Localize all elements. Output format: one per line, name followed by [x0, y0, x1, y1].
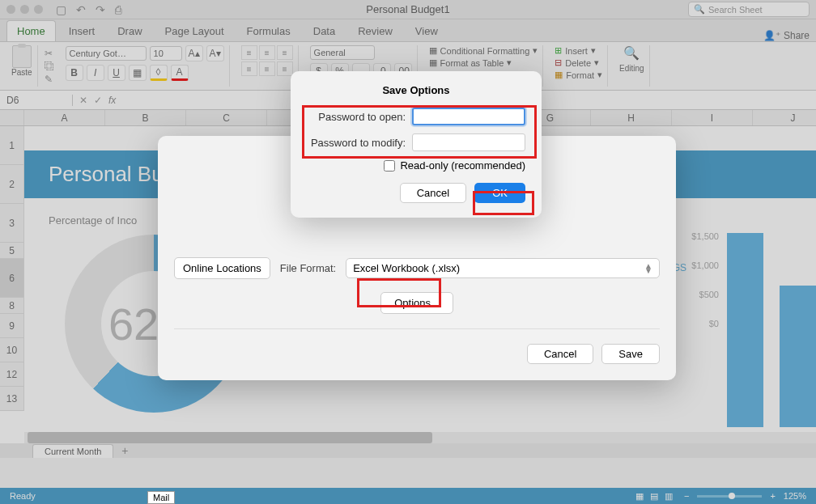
save-dialog-save-button[interactable]: Save: [601, 344, 660, 364]
window-titlebar: ▢ ↶ ↷ ⎙ Personal Budget1 🔍 Search Sheet: [0, 0, 816, 19]
share-button[interactable]: 👤⁺ Share: [763, 30, 810, 41]
add-sheet-button[interactable]: +: [121, 444, 128, 457]
insert-icon: ⊞: [555, 45, 562, 56]
font-selector[interactable]: Century Got…: [66, 46, 147, 61]
chart-bar: [727, 233, 763, 427]
editing-group[interactable]: 🔍 Editing: [614, 45, 650, 87]
delete-icon: ⊟: [555, 57, 562, 68]
underline-button[interactable]: U: [108, 65, 125, 81]
sheet-tab-current-month[interactable]: Current Month: [32, 444, 113, 458]
search-sheet-input[interactable]: 🔍 Search Sheet: [688, 2, 810, 17]
border-button[interactable]: ▦: [129, 65, 147, 81]
fx-icon[interactable]: fx: [108, 95, 116, 106]
font-size-selector[interactable]: 10: [150, 46, 182, 61]
options-cancel-button[interactable]: Cancel: [400, 183, 466, 203]
select-arrows-icon: ▲▼: [644, 264, 652, 273]
zoom-in-button[interactable]: +: [770, 491, 775, 501]
search-placeholder: Search Sheet: [708, 5, 763, 15]
ribbon-tabs: Home Insert Draw Page Layout Formulas Da…: [0, 19, 816, 42]
format-painter-icon[interactable]: ✎: [45, 74, 54, 85]
online-locations-button[interactable]: Online Locations: [174, 257, 270, 279]
tab-insert[interactable]: Insert: [59, 21, 105, 41]
chart-scale: $1,500 $1,000 $500 $0: [691, 231, 719, 328]
tab-formulas[interactable]: Formulas: [237, 21, 300, 41]
fill-color-button[interactable]: ◊: [150, 65, 168, 81]
tab-page-layout[interactable]: Page Layout: [155, 21, 234, 41]
name-box[interactable]: D6: [0, 95, 73, 106]
search-icon: 🔍: [623, 45, 640, 61]
password-modify-label: Password to modify:: [311, 137, 406, 149]
view-buttons[interactable]: ▦▤▥: [632, 491, 676, 502]
accept-formula-icon[interactable]: ✓: [94, 95, 102, 106]
save-options-title: Save Options: [307, 84, 525, 96]
paste-label: Paste: [11, 68, 32, 77]
save-options-dialog: Save Options Password to open: Password …: [291, 71, 542, 218]
bold-button[interactable]: B: [66, 65, 83, 81]
file-format-label: File Format:: [280, 262, 336, 274]
password-open-label: Password to open:: [318, 111, 406, 123]
table-icon: ▦: [429, 57, 437, 68]
share-icon: 👤⁺: [763, 30, 780, 41]
undo-icon[interactable]: ↶: [76, 3, 86, 16]
tab-view[interactable]: View: [406, 21, 448, 41]
number-format-selector[interactable]: General: [310, 45, 375, 60]
share-label: Share: [784, 30, 810, 41]
zoom-level: 125%: [784, 491, 806, 501]
document-title: Personal Budget1: [366, 3, 449, 15]
editing-label: Editing: [619, 64, 644, 73]
traffic-lights[interactable]: [6, 5, 43, 14]
file-format-value: Excel Workbook (.xlsx): [353, 262, 460, 274]
conditional-formatting-button[interactable]: ▦Conditional Formatting ▾: [429, 45, 538, 56]
paste-button[interactable]: Paste: [11, 45, 32, 77]
delete-cells-button[interactable]: ⊟Delete ▾: [555, 57, 602, 68]
options-ok-button[interactable]: OK: [474, 183, 525, 203]
alignment-grid[interactable]: ≡≡≡≡≡≡: [241, 45, 293, 76]
row-headers[interactable]: 1235689101213: [0, 126, 24, 411]
italic-button[interactable]: I: [87, 65, 104, 81]
font-color-button[interactable]: A: [171, 65, 189, 81]
bar-chart: [727, 233, 816, 427]
cancel-formula-icon[interactable]: ✕: [79, 95, 87, 106]
copy-icon[interactable]: ⿻: [45, 61, 54, 72]
increase-font-icon[interactable]: A▴: [185, 45, 203, 61]
tab-home[interactable]: Home: [6, 20, 56, 41]
clipboard-icon: [12, 45, 32, 68]
save-icon[interactable]: ▢: [56, 3, 66, 16]
status-bar: Ready ▦▤▥ − + 125%: [0, 488, 816, 504]
redo-icon[interactable]: ↷: [96, 3, 105, 16]
quick-access-toolbar[interactable]: ▢ ↶ ↷ ⎙: [56, 3, 121, 16]
tab-data[interactable]: Data: [304, 21, 345, 41]
mail-tooltip: Mail: [147, 491, 175, 504]
password-open-input[interactable]: [412, 108, 525, 125]
print-icon[interactable]: ⎙: [115, 3, 121, 16]
tab-review[interactable]: Review: [348, 21, 402, 41]
tab-draw[interactable]: Draw: [108, 21, 151, 41]
scissors-icon[interactable]: ✂: [45, 48, 54, 59]
search-icon: 🔍: [694, 4, 705, 15]
sheet-tabs: Current Month +: [0, 443, 816, 458]
options-button[interactable]: Options...: [380, 292, 453, 314]
decrease-font-icon[interactable]: A▾: [206, 45, 224, 61]
format-as-table-button[interactable]: ▦Format as Table ▾: [429, 57, 538, 68]
horizontal-scrollbar[interactable]: [24, 432, 816, 443]
zoom-slider[interactable]: [697, 495, 762, 498]
cond-format-icon: ▦: [429, 45, 437, 56]
format-cells-button[interactable]: ▦Format ▾: [555, 70, 602, 80]
password-modify-input[interactable]: [412, 133, 525, 151]
zoom-out-button[interactable]: −: [684, 491, 689, 501]
chart-bar: [780, 286, 816, 427]
readonly-checkbox[interactable]: [384, 160, 395, 172]
save-dialog-cancel-button[interactable]: Cancel: [527, 344, 593, 364]
status-ready: Ready: [10, 491, 36, 501]
insert-cells-button[interactable]: ⊞Insert ▾: [555, 45, 602, 56]
format-icon: ▦: [555, 70, 563, 80]
file-format-select[interactable]: Excel Workbook (.xlsx) ▲▼: [346, 258, 660, 278]
readonly-label: Read-only (recommended): [400, 159, 525, 172]
